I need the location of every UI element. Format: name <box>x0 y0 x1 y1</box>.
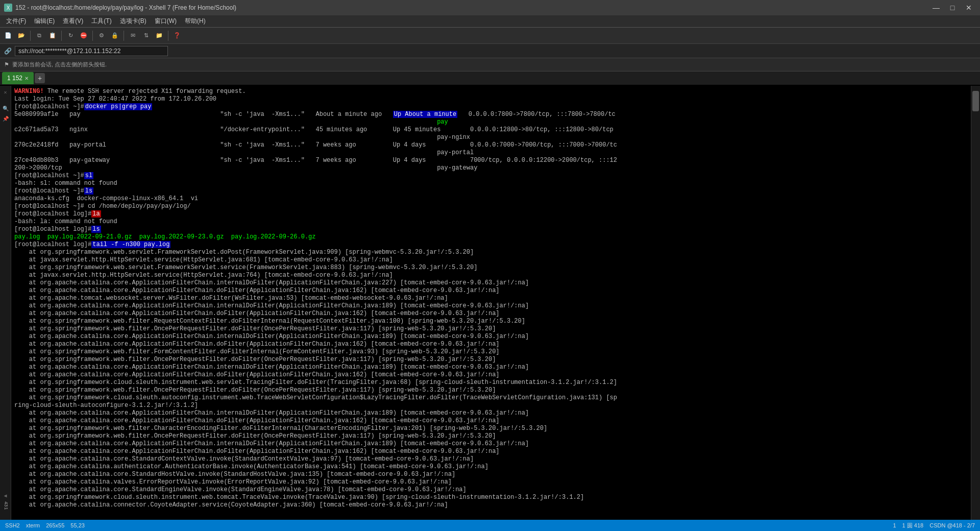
address-input[interactable] <box>15 46 168 56</box>
toolbar-sep-5 <box>168 31 168 41</box>
status-left: SSH2 xterm 265x55 55,23 <box>5 522 85 528</box>
terminal[interactable]: WARNING! The remote SSH server rejected … <box>11 86 971 520</box>
title-bar-controls[interactable]: — □ ✕ <box>929 3 976 13</box>
sidebar-close-icon[interactable]: ✕ <box>1 88 10 97</box>
notif-bar: ⚑ 要添加当前会话, 点击左侧的箭头按钮. <box>0 58 980 71</box>
toolbar-lock[interactable]: 🔒 <box>109 30 121 42</box>
title-text: 152 - root@localhost:/home/deploy/pay/pa… <box>15 4 236 11</box>
notif-text: 要添加当前会话, 点击左侧的箭头按钮. <box>12 61 107 68</box>
status-num: 1 <box>893 522 896 528</box>
toolbar-refresh[interactable]: ↻ <box>64 30 77 42</box>
sidebar-session-icon[interactable]: 📌 <box>1 114 10 124</box>
status-cursor: 55,23 <box>70 522 85 528</box>
address-icon: 🔗 <box>4 47 12 55</box>
menu-help[interactable]: 帮助(H) <box>181 15 210 27</box>
toolbar-sftp[interactable]: 📁 <box>153 30 165 42</box>
status-term: xterm <box>26 522 40 528</box>
maximize-button[interactable]: □ <box>945 3 960 13</box>
sidebar-label-3: 1 <box>3 507 8 510</box>
toolbar-sep-1 <box>30 31 31 41</box>
status-right: 1 1 圆 418 CSDN @418 - 2/7 <box>893 522 975 529</box>
sidebar-arrow-icon[interactable]: ◀ <box>1 491 10 500</box>
scrollbar-thumb[interactable] <box>972 91 979 111</box>
toolbar-new[interactable]: 📄 <box>2 30 14 42</box>
toolbar-sep-2 <box>61 31 62 41</box>
toolbar-open[interactable]: 📂 <box>15 30 28 42</box>
right-sidebar <box>971 86 980 520</box>
toolbar-help[interactable]: ❓ <box>171 30 183 42</box>
title-bar: X 152 - root@localhost:/home/deploy/pay/… <box>0 0 980 15</box>
tab-152[interactable]: 1 152 ✕ <box>2 72 34 84</box>
tab-add-button[interactable]: + <box>35 73 45 83</box>
toolbar-sep-4 <box>124 31 124 41</box>
menu-window[interactable]: 窗口(W) <box>151 15 181 27</box>
sidebar-search-icon[interactable]: 🔍 <box>1 104 10 113</box>
status-scroll: 1 圆 418 <box>902 522 924 529</box>
tab-close-icon[interactable]: ✕ <box>24 76 29 81</box>
menu-bar: 文件(F) 编辑(E) 查看(V) 工具(T) 选项卡(B) 窗口(W) 帮助(… <box>0 15 980 28</box>
notif-icon: ⚑ <box>4 61 9 68</box>
menu-tab[interactable]: 选项卡(B) <box>116 15 151 27</box>
menu-tools[interactable]: 工具(T) <box>87 15 115 27</box>
toolbar-sep-3 <box>92 31 93 41</box>
menu-file[interactable]: 文件(F) <box>2 15 30 27</box>
close-button[interactable]: ✕ <box>962 3 976 13</box>
toolbar-compose[interactable]: ✉ <box>127 30 139 42</box>
toolbar-transfer[interactable]: ⇅ <box>140 30 152 42</box>
scrollbar-track[interactable] <box>971 86 980 520</box>
left-sidebar: ✕ 🔍 📌 ◀ 4 3 1 <box>0 86 11 520</box>
minimize-button[interactable]: — <box>929 3 943 13</box>
toolbar-copy[interactable]: ⧉ <box>33 30 45 42</box>
terminal-content: WARNING! The remote SSH server rejected … <box>14 88 968 509</box>
toolbar-stop[interactable]: ⛔ <box>78 30 90 42</box>
menu-edit[interactable]: 编辑(E) <box>30 15 59 27</box>
tab-bar: 1 152 ✕ + <box>0 71 980 86</box>
status-csdn: CSDN @418 - 2/7 <box>929 522 975 528</box>
title-bar-left: X 152 - root@localhost:/home/deploy/pay/… <box>4 4 236 12</box>
tab-label: 1 152 <box>7 75 22 82</box>
menu-view[interactable]: 查看(V) <box>59 15 87 27</box>
toolbar-properties[interactable]: ⚙ <box>95 30 108 42</box>
app-icon: X <box>4 4 12 12</box>
address-bar: 🔗 <box>0 44 980 58</box>
status-bar: SSH2 xterm 265x55 55,23 1 1 圆 418 CSDN @… <box>0 520 980 531</box>
status-ssh: SSH2 <box>5 522 20 528</box>
toolbar: 📄 📂 ⧉ 📋 ↻ ⛔ ⚙ 🔒 ✉ ⇅ 📁 ❓ <box>0 28 980 44</box>
toolbar-paste[interactable]: 📋 <box>46 30 59 42</box>
main-layout: ✕ 🔍 📌 ◀ 4 3 1 WARNING! The remote SSH se… <box>0 86 980 520</box>
status-size: 265x55 <box>46 522 64 528</box>
